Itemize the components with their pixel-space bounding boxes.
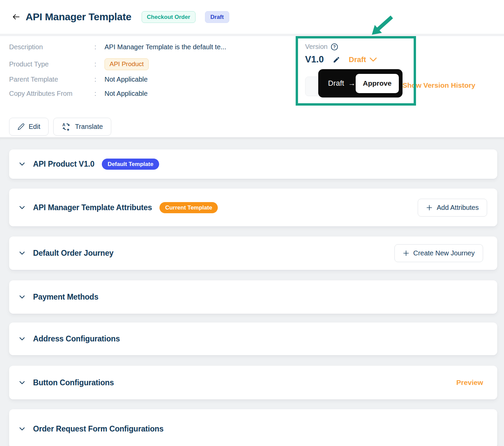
section-title: Payment Methods	[33, 292, 98, 302]
section-default-order-journey: Default Order Journey Create New Journey	[9, 236, 497, 270]
section-api-product: API Product V1.0 Default Template	[9, 149, 497, 179]
detail-separator: :	[94, 76, 105, 83]
chevron-down-icon[interactable]	[19, 427, 25, 431]
svg-text:?: ?	[333, 45, 336, 49]
checkout-order-badge: Checkout Order	[142, 11, 196, 23]
header-divider	[0, 34, 504, 36]
detail-label: Description	[9, 43, 94, 51]
chevron-down-icon[interactable]	[19, 206, 25, 210]
chevron-down-icon[interactable]	[19, 251, 25, 255]
default-template-badge: Default Template	[102, 159, 159, 170]
version-label: Version	[305, 43, 328, 51]
page-title: API Manager Template	[26, 11, 131, 23]
detail-separator: :	[94, 90, 105, 97]
add-attributes-button[interactable]: Add Attributes	[418, 199, 487, 217]
svg-text:A: A	[62, 122, 65, 127]
section-title: Order Request Form Configurations	[33, 424, 164, 434]
section-payment-methods: Payment Methods	[9, 280, 497, 314]
tooltip-from-status: Draft	[328, 79, 344, 88]
section-title: API Manager Template Attributes	[33, 203, 152, 212]
parent-template-value: Not Applicable	[105, 76, 148, 83]
plus-icon	[426, 204, 433, 211]
detail-separator: :	[94, 43, 105, 51]
detail-label: Parent Template	[9, 76, 94, 83]
content-area: API Product V1.0 Default Template API Ma…	[0, 137, 504, 446]
edit-version-icon[interactable]	[333, 56, 340, 63]
version-value-row: V1.0 Draft	[305, 54, 377, 65]
pencil-icon	[18, 123, 25, 130]
copy-attributes-value: Not Applicable	[105, 90, 148, 97]
detail-separator: :	[94, 60, 105, 68]
version-number: V1.0	[305, 54, 324, 65]
description-value: API Manager Template is the default te..…	[105, 43, 226, 51]
translate-button[interactable]: A ★ Translate	[53, 118, 111, 136]
detail-label: Copy Attributes From	[9, 90, 94, 97]
chevron-down-icon[interactable]	[19, 295, 25, 299]
action-button-row: Edit A ★ Translate	[9, 118, 111, 136]
current-template-badge: Current Template	[159, 202, 218, 213]
detail-row-product-type: Product Type : API Product	[9, 58, 149, 70]
section-template-attributes: API Manager Template Attributes Current …	[9, 189, 497, 226]
translate-button-label: Translate	[75, 123, 103, 131]
show-version-history-link[interactable]: Show Version History	[403, 81, 475, 89]
preview-link[interactable]: Preview	[456, 379, 483, 387]
arrow-left-icon	[11, 12, 21, 21]
section-order-request-form: Order Request Form Configurations	[9, 409, 497, 446]
detail-row-parent-template: Parent Template : Not Applicable	[9, 76, 148, 83]
chevron-down-icon[interactable]	[19, 337, 25, 341]
version-status-label: Draft	[349, 55, 366, 64]
plus-icon	[403, 250, 409, 256]
section-address-configurations: Address Configurations	[9, 323, 497, 355]
section-title: Default Order Journey	[33, 249, 114, 258]
section-title: API Product V1.0	[33, 160, 94, 169]
detail-label: Product Type	[9, 60, 94, 68]
create-new-journey-label: Create New Journey	[413, 249, 475, 257]
chevron-down-icon	[369, 57, 377, 62]
chevron-down-icon[interactable]	[19, 381, 25, 385]
top-header: API Manager Template Checkout Order Draf…	[0, 0, 504, 34]
translate-icon: A ★	[62, 122, 71, 131]
version-status-dropdown[interactable]: Draft	[349, 55, 377, 64]
help-icon[interactable]: ?	[331, 43, 338, 51]
section-title: Button Configurations	[33, 378, 114, 387]
approve-button[interactable]: Approve	[356, 74, 399, 93]
edit-button-label: Edit	[29, 123, 40, 131]
draft-status-badge: Draft	[205, 11, 229, 23]
edit-button[interactable]: Edit	[9, 118, 49, 136]
svg-text:★: ★	[66, 128, 70, 131]
create-new-journey-button[interactable]: Create New Journey	[394, 244, 483, 262]
add-attributes-label: Add Attributes	[437, 204, 479, 212]
version-label-row: Version ?	[305, 43, 338, 51]
section-title: Address Configurations	[33, 334, 120, 343]
page: API Manager Template Checkout Order Draf…	[0, 0, 504, 446]
detail-row-copy-attributes: Copy Attributes From : Not Applicable	[9, 90, 148, 97]
status-transition-tooltip: Draft → Approve	[318, 69, 403, 97]
section-button-configurations: Button Configurations Preview	[9, 366, 497, 399]
api-product-badge: API Product	[105, 58, 149, 70]
chevron-down-icon[interactable]	[19, 162, 25, 166]
back-button[interactable]	[10, 11, 22, 23]
arrow-right-icon: →	[348, 79, 356, 88]
detail-row-description: Description : API Manager Template is th…	[9, 43, 226, 51]
